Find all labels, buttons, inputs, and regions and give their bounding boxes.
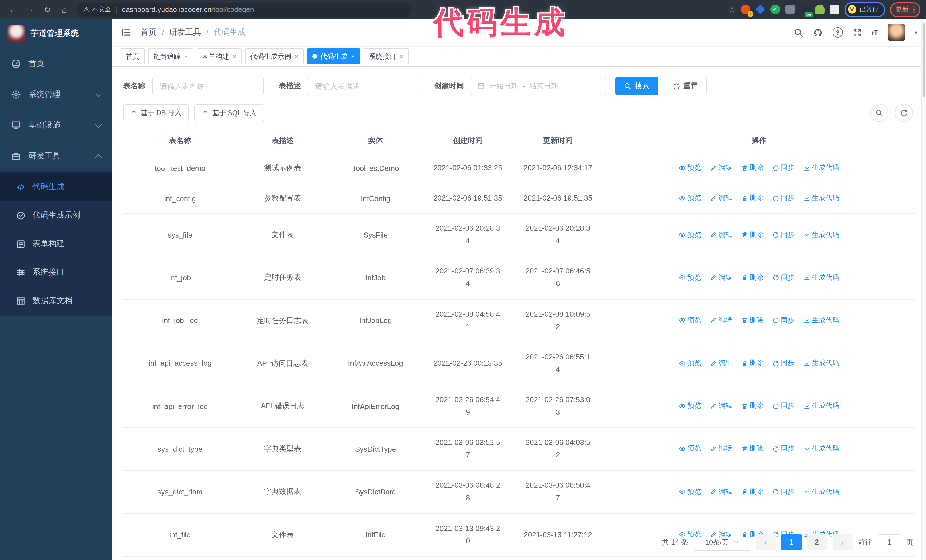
table-desc-input[interactable] [308, 77, 419, 95]
font-size-icon[interactable]: tT [872, 28, 878, 37]
import-db-button[interactable]: 基于 DB 导入 [123, 104, 189, 121]
preview-link[interactable]: 预览 [679, 402, 701, 411]
end-date-placeholder[interactable]: 结束日期 [530, 81, 558, 91]
edit-link[interactable]: 编辑 [710, 163, 732, 173]
delete-link[interactable]: 删除 [741, 402, 763, 411]
github-icon[interactable] [813, 28, 823, 37]
delete-link[interactable]: 删除 [741, 273, 763, 282]
scrollbar-thumb[interactable] [923, 23, 925, 97]
tab-home[interactable]: 首页 [121, 48, 145, 64]
delete-link[interactable]: 删除 [741, 444, 763, 454]
page-button-2[interactable]: 2 [806, 534, 827, 550]
close-icon[interactable]: × [399, 53, 404, 60]
breadcrumb-home[interactable]: 首页 [141, 27, 157, 38]
delete-link[interactable]: 删除 [741, 315, 763, 325]
browser-reload-icon[interactable]: ↻ [40, 3, 55, 16]
browser-forward-icon[interactable]: → [23, 3, 38, 16]
import-sql-button[interactable]: 基于 SQL 导入 [195, 104, 264, 121]
tab-system-api[interactable]: 系统接口× [363, 48, 409, 64]
sync-link[interactable]: 同步 [772, 358, 794, 368]
edit-link[interactable]: 编辑 [710, 358, 732, 368]
preview-link[interactable]: 预览 [679, 193, 701, 203]
table-name-input[interactable] [152, 77, 264, 95]
edit-link[interactable]: 编辑 [710, 193, 732, 203]
sync-link[interactable]: 同步 [772, 193, 794, 203]
tab-form-builder[interactable]: 表单构建× [197, 48, 242, 64]
help-icon[interactable]: ? [832, 27, 843, 38]
extensions-puzzle-icon[interactable] [829, 5, 839, 14]
sidebar-collapse-icon[interactable] [120, 27, 132, 38]
close-icon[interactable]: × [233, 53, 236, 60]
next-page-button[interactable]: › [832, 534, 853, 550]
start-date-placeholder[interactable]: 开始日期 [490, 81, 518, 91]
browser-update-button[interactable]: 更新 [890, 2, 920, 17]
security-warning[interactable]: ⚠ 不安全 [83, 5, 111, 14]
generate-code-link[interactable]: 生成代码 [803, 487, 840, 497]
refresh-table-button[interactable] [895, 104, 913, 122]
search-icon[interactable] [793, 28, 803, 37]
sync-link[interactable]: 同步 [772, 315, 794, 325]
sidebar-item-codegen[interactable]: 代码生成 [0, 173, 112, 201]
breadcrumb-devtools[interactable]: 研发工具 [169, 27, 201, 38]
sync-link[interactable]: 同步 [772, 402, 794, 411]
caret-down-icon[interactable]: ▾ [915, 30, 917, 35]
generate-code-link[interactable]: 生成代码 [803, 402, 840, 411]
delete-link[interactable]: 删除 [741, 230, 763, 240]
preview-link[interactable]: 预览 [679, 273, 701, 282]
preview-link[interactable]: 预览 [679, 230, 701, 240]
sidebar-item-form-builder[interactable]: 表单构建 [0, 229, 112, 258]
generate-code-link[interactable]: 生成代码 [803, 273, 840, 282]
fullscreen-icon[interactable] [852, 28, 862, 37]
sidebar-item-codegen-example[interactable]: 代码生成示例 [0, 201, 112, 229]
sidebar-item-infra[interactable]: 基础设施 [0, 110, 112, 141]
edit-link[interactable]: 编辑 [710, 315, 732, 325]
edit-link[interactable]: 编辑 [710, 230, 732, 240]
sync-link[interactable]: 同步 [772, 163, 794, 173]
sidebar-item-system[interactable]: 系统管理 [0, 79, 112, 110]
sync-link[interactable]: 同步 [772, 230, 794, 240]
sync-link[interactable]: 同步 [772, 444, 794, 454]
delete-link[interactable]: 删除 [741, 487, 763, 497]
edit-link[interactable]: 编辑 [710, 487, 732, 497]
close-icon[interactable]: × [351, 53, 355, 60]
sync-link[interactable]: 同步 [772, 487, 794, 497]
extension-icon-dark[interactable]: on [800, 5, 809, 14]
extension-icon-orange[interactable]: 1 [740, 5, 750, 14]
page-url[interactable]: dashboard.yudao.iocoder.cn/tool/codegen [122, 5, 254, 14]
page-button-1[interactable]: 1 [781, 534, 802, 550]
delete-link[interactable]: 删除 [741, 358, 763, 368]
edit-link[interactable]: 编辑 [710, 444, 732, 454]
close-icon[interactable]: × [184, 53, 188, 60]
toggle-search-button[interactable] [870, 104, 888, 122]
browser-back-icon[interactable]: ← [6, 3, 21, 16]
search-button[interactable]: 搜索 [616, 77, 658, 95]
generate-code-link[interactable]: 生成代码 [803, 444, 840, 454]
sidebar-item-home[interactable]: 首页 [0, 48, 112, 79]
tab-codegen-example[interactable]: 代码生成示例× [245, 48, 304, 64]
preview-link[interactable]: 预览 [679, 315, 701, 325]
generate-code-link[interactable]: 生成代码 [803, 193, 840, 203]
preview-link[interactable]: 预览 [679, 358, 701, 368]
goto-page-input[interactable] [877, 534, 901, 550]
close-icon[interactable]: × [295, 53, 299, 60]
sync-link[interactable]: 同步 [772, 273, 794, 282]
date-range-picker[interactable]: 开始日期 - 结束日期 [471, 77, 606, 95]
extension-icon-blue-diamond[interactable] [755, 5, 765, 15]
reset-button[interactable]: 重置 [664, 77, 707, 95]
edit-link[interactable]: 编辑 [710, 402, 732, 411]
browser-menu-dots-icon[interactable] [913, 6, 915, 13]
profile-chip[interactable]: 已暂停 [844, 2, 885, 17]
browser-home-icon[interactable]: ⌂ [57, 3, 72, 16]
generate-code-link[interactable]: 生成代码 [803, 163, 840, 173]
extension-icon-grid[interactable] [785, 5, 794, 14]
extension-icon-robot[interactable] [815, 5, 824, 14]
preview-link[interactable]: 预览 [679, 163, 701, 173]
sidebar-item-db-doc[interactable]: 数据库文档 [0, 287, 112, 315]
preview-link[interactable]: 预览 [679, 487, 701, 497]
delete-link[interactable]: 删除 [741, 193, 763, 203]
app-logo-row[interactable]: 芋道管理系统 [0, 19, 112, 48]
sidebar-item-devtools[interactable]: 研发工具 [0, 141, 112, 172]
address-bar[interactable]: ⚠ 不安全 dashboard.yudao.iocoder.cn/tool/co… [76, 3, 412, 16]
page-scrollbar[interactable] [921, 19, 926, 560]
delete-link[interactable]: 删除 [741, 163, 763, 173]
